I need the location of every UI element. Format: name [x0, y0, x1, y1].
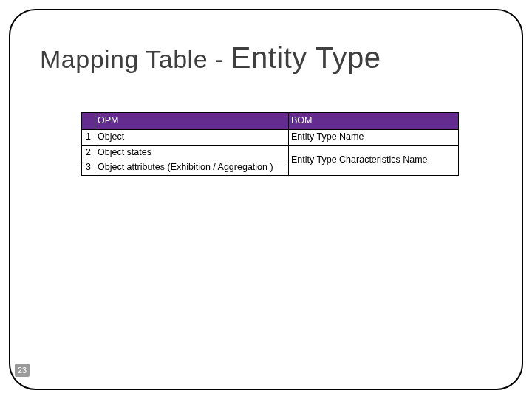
header-bom: BOM — [289, 113, 459, 130]
title-prefix: Mapping Table - — [40, 45, 231, 73]
table-row: 1 Object Entity Type Name — [82, 130, 459, 146]
row-number: 3 — [82, 160, 95, 176]
cell-bom-merged: Entity Type Characteristics Name — [289, 145, 459, 175]
table-row: 2 Object states Entity Type Characterist… — [82, 145, 459, 160]
cell-opm: Object — [95, 130, 289, 146]
mapping-table-container: OPM BOM 1 Object Entity Type Name 2 Obje… — [81, 112, 458, 176]
header-blank — [82, 113, 95, 130]
table-header-row: OPM BOM — [82, 113, 459, 130]
mapping-table: OPM BOM 1 Object Entity Type Name 2 Obje… — [81, 112, 459, 176]
slide-title: Mapping Table - Entity Type — [40, 41, 381, 75]
cell-bom: Entity Type Name — [289, 130, 459, 146]
row-number: 2 — [82, 145, 95, 160]
header-opm: OPM — [95, 113, 289, 130]
cell-opm: Object states — [95, 145, 289, 160]
title-emphasis: Entity Type — [231, 41, 381, 74]
page-number-badge: 23 — [15, 364, 30, 377]
row-number: 1 — [82, 130, 95, 146]
cell-opm: Object attributes (Exhibition / Aggregat… — [95, 160, 289, 176]
